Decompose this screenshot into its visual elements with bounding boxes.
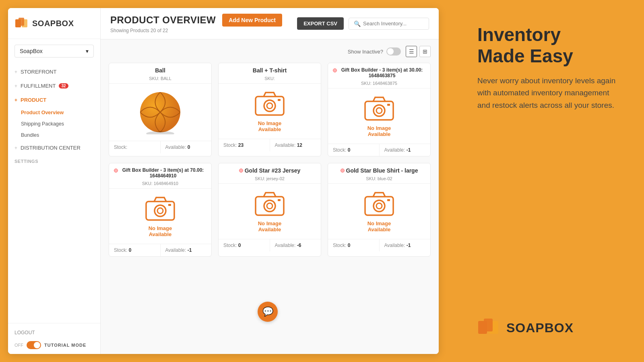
svg-point-8 — [267, 103, 272, 109]
no-image-text: No ImageAvailable — [367, 220, 391, 232]
camera-icon — [363, 190, 395, 218]
store-selector[interactable]: SoapBox ▾ — [14, 45, 94, 58]
card-title: Gift Box Builder - 3 item(s) at 30.00: 1… — [339, 67, 425, 78]
camera-icon — [254, 90, 286, 118]
available-label: Available: — [165, 144, 186, 150]
svg-rect-21 — [278, 199, 281, 201]
settings-section-label: SETTINGS — [8, 155, 100, 165]
product-card-gift-box-2[interactable]: Gift Box Builder - 3 item(s) at 70.00: 1… — [109, 163, 212, 257]
card-sku-shirt: SKU: blue-02 — [333, 176, 425, 181]
plus-icon: + — [14, 69, 17, 75]
no-image-placeholder: No ImageAvailable — [144, 195, 176, 237]
available-value: 0 — [188, 144, 190, 150]
no-image-text: No ImageAvailable — [367, 125, 391, 137]
show-inactive-label: Show Inactive? — [348, 47, 401, 56]
chat-button[interactable]: 💬 — [258, 302, 278, 322]
card-sku-gift-box-2: SKU: 1648464910 — [114, 181, 206, 186]
card-footer-ball: Stock: Available: 0 — [109, 141, 211, 153]
sidebar-item-product[interactable]: + PRODUCT — [8, 93, 100, 107]
add-new-product-button[interactable]: Add New Product — [222, 14, 282, 27]
product-card-ball[interactable]: Ball SKU: BALL — [109, 63, 212, 156]
card-title: Gold Star #23 Jersey — [245, 167, 301, 174]
available-section: Available: 12 — [270, 139, 321, 151]
card-image-gift-box-1: No ImageAvailable — [328, 88, 430, 144]
product-grid: Ball SKU: BALL — [109, 63, 431, 257]
sidebar-item-storefront[interactable]: + STOREFRONT — [8, 65, 100, 79]
camera-icon — [363, 95, 395, 123]
svg-rect-2 — [19, 18, 24, 26]
card-image-ball — [109, 84, 211, 141]
available-section: Available: -1 — [380, 239, 431, 251]
search-input[interactable] — [363, 21, 424, 27]
card-sku-ball-tshirt: SKU: — [223, 76, 316, 81]
svg-rect-9 — [278, 99, 281, 101]
soapbox-logo-icon — [14, 16, 29, 31]
available-section: Available: -1 — [161, 244, 212, 256]
main-header: PRODUCT OVERVIEW Add New Product Showing… — [101, 8, 439, 39]
card-footer-ball-tshirt: Stock: 23 Available: 12 — [219, 139, 321, 151]
available-section: Available: -1 — [380, 144, 431, 156]
stock-section: Stock: 23 — [219, 139, 270, 151]
card-header-gift-box-2: Gift Box Builder - 3 item(s) at 70.00: 1… — [109, 163, 211, 189]
sidebar-item-distribution[interactable]: + DISTRIBUTION CENTER — [8, 141, 100, 155]
camera-icon — [254, 190, 286, 218]
no-image-placeholder: No ImageAvailable — [254, 90, 286, 132]
promo-headline: InventoryMade Easy — [477, 24, 621, 67]
grid-view-button[interactable]: ⊞ — [419, 46, 431, 57]
page-title: PRODUCT OVERVIEW — [110, 14, 216, 26]
off-label: OFF — [14, 343, 23, 348]
export-csv-button[interactable]: EXPORT CSV — [297, 17, 344, 30]
stock-section: Stock: 0 — [328, 144, 380, 156]
card-footer-gift-box-1: Stock: 0 Available: -1 — [328, 144, 430, 156]
available-section: Available: 0 — [161, 141, 212, 153]
stock-label: Stock: — [114, 144, 127, 150]
product-card-gold-star-jersey[interactable]: Gold Star #23 Jersey SKU: jersey-02 — [218, 163, 321, 257]
view-icons: ☰ ⊞ — [406, 46, 431, 57]
toggle-knob — [34, 342, 40, 348]
card-sku-ball: SKU: BALL — [114, 76, 206, 81]
search-icon: 🔍 — [354, 21, 361, 27]
svg-point-23 — [374, 200, 385, 212]
svg-point-20 — [267, 203, 272, 209]
svg-point-16 — [157, 208, 163, 214]
sidebar: SOAPBOX SoapBox ▾ + STOREFRONT + FULFILL… — [8, 8, 101, 354]
list-view-button[interactable]: ☰ — [406, 46, 417, 57]
sidebar-item-product-overview[interactable]: Product Overview — [8, 107, 100, 118]
view-controls: Show Inactive? ☰ ⊞ — [109, 46, 431, 57]
logout-link[interactable]: LOGOUT — [14, 328, 94, 337]
promo-logo-text: SOAPBOX — [506, 321, 574, 335]
svg-point-19 — [264, 200, 275, 212]
inactive-dot — [114, 169, 118, 173]
svg-rect-25 — [387, 199, 390, 201]
promo-body: Never worry about inventory levels again… — [477, 75, 621, 111]
logo-area: SOAPBOX — [8, 8, 100, 39]
inactive-dot — [333, 68, 337, 72]
card-sku-gift-box-1: SKU: 1648463875 — [333, 81, 425, 86]
plus-icon: + — [14, 145, 17, 151]
card-title: Gift Box Builder - 3 item(s) at 70.00: 1… — [120, 167, 206, 179]
chevron-down-icon: ▾ — [86, 48, 89, 54]
stock-section: Stock: — [109, 141, 161, 153]
logo-text: SOAPBOX — [32, 19, 74, 28]
svg-point-11 — [374, 105, 385, 116]
no-image-text: No ImageAvailable — [258, 120, 282, 132]
sidebar-item-fulfillment[interactable]: + FULFILLMENT 32 — [8, 79, 100, 93]
svg-point-15 — [155, 205, 166, 216]
product-card-gold-star-shirt[interactable]: Gold Star Blue Shirt - large SKU: blue-0… — [328, 163, 431, 257]
inactive-dot — [341, 169, 345, 173]
product-card-gift-box-1[interactable]: Gift Box Builder - 3 item(s) at 30.00: 1… — [328, 63, 431, 156]
svg-point-5 — [146, 131, 174, 134]
grid-icon: ⊞ — [423, 48, 427, 55]
card-header-gift-box-1: Gift Box Builder - 3 item(s) at 30.00: 1… — [328, 63, 430, 88]
card-title: Ball — [155, 67, 165, 74]
no-image-placeholder: No ImageAvailable — [363, 95, 395, 137]
tutorial-toggle[interactable] — [27, 341, 41, 349]
show-inactive-toggle[interactable] — [386, 47, 401, 56]
sidebar-item-shipping-packages[interactable]: Shipping Packages — [8, 118, 100, 130]
promo-panel: InventoryMade Easy Never worry about inv… — [463, 8, 636, 354]
plus-icon: + — [14, 97, 17, 103]
sidebar-item-bundles[interactable]: Bundles — [8, 130, 100, 141]
header-right: EXPORT CSV 🔍 — [297, 17, 429, 30]
product-card-ball-tshirt[interactable]: Ball + T-shirt SKU: — [218, 63, 321, 156]
svg-point-24 — [376, 203, 382, 209]
